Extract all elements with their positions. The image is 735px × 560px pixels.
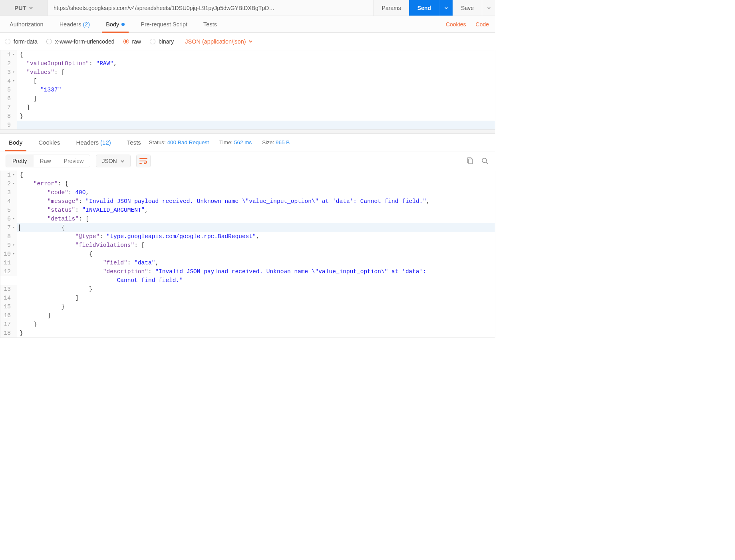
content-type-select[interactable]: JSON (application/json) xyxy=(185,38,252,45)
code-line[interactable]: 14 ] xyxy=(0,294,495,302)
resp-tab-headers-count: (12) xyxy=(100,139,111,146)
tab-headers-label: Headers xyxy=(60,21,81,28)
code-content xyxy=(17,121,495,129)
tab-body[interactable]: Body xyxy=(98,16,133,32)
chevron-down-icon xyxy=(248,39,253,44)
send-button[interactable]: Send xyxy=(409,0,439,16)
code-line[interactable]: 8} xyxy=(0,112,495,121)
resp-tab-body[interactable]: Body xyxy=(1,134,30,151)
code-line[interactable]: 9▾ "fieldViolations": [ xyxy=(0,241,495,250)
request-url-input[interactable]: https://sheets.googleapis.com/v4/spreads… xyxy=(48,0,373,16)
code-line[interactable]: 7 ] xyxy=(0,103,495,112)
send-dropdown-button[interactable] xyxy=(439,0,453,16)
cookies-link[interactable]: Cookies xyxy=(441,21,471,28)
code-line[interactable]: 2 "valueInputOption": "RAW", xyxy=(0,59,495,68)
code-line[interactable]: 18} xyxy=(0,329,495,338)
tab-prerequest[interactable]: Pre-request Script xyxy=(133,16,195,32)
radio-xwww-label: x-www-form-urlencoded xyxy=(55,38,115,45)
resp-tab-cookies[interactable]: Cookies xyxy=(30,134,68,151)
http-method-select[interactable]: PUT xyxy=(0,0,48,16)
code-content: "code": 400, xyxy=(17,188,495,197)
code-line[interactable]: 4▾ [ xyxy=(0,77,495,85)
view-raw-button[interactable]: Raw xyxy=(34,155,58,167)
code-line[interactable]: 3 "code": 400, xyxy=(0,188,495,197)
copy-response-button[interactable] xyxy=(465,156,475,166)
resp-tab-tests[interactable]: Tests xyxy=(119,134,149,151)
code-content: "values": [ xyxy=(17,68,495,77)
code-content: [ xyxy=(17,77,495,85)
code-line[interactable]: 5 "1337" xyxy=(0,85,495,94)
time-value: 562 ms xyxy=(234,139,252,145)
radio-form-data[interactable]: form-data xyxy=(5,38,38,45)
params-button[interactable]: Params xyxy=(373,0,409,16)
save-button[interactable]: Save xyxy=(453,0,482,16)
code-line[interactable]: 6▾ "details": [ xyxy=(0,214,495,223)
radio-icon xyxy=(150,39,155,44)
code-content: { xyxy=(17,250,495,258)
code-line[interactable]: 5 "status": "INVALID_ARGUMENT", xyxy=(0,206,495,214)
tab-authorization[interactable]: Authorization xyxy=(2,16,52,32)
size-label: Size: xyxy=(262,139,274,145)
status-label: Status: xyxy=(149,139,166,145)
save-dropdown-button[interactable] xyxy=(482,0,495,16)
code-line[interactable]: 10▾ { xyxy=(0,250,495,258)
code-line[interactable]: 12 "description": "Invalid JSON payload … xyxy=(0,267,495,285)
response-body-viewer[interactable]: 1▾{2▾ "error": {3 "code": 400,4 "message… xyxy=(0,171,495,338)
code-line[interactable]: 17 } xyxy=(0,320,495,329)
line-number: 3 xyxy=(0,188,17,197)
code-content: "message": "Invalid JSON payload receive… xyxy=(17,197,495,206)
tab-headers[interactable]: Headers (2) xyxy=(52,16,98,32)
view-pretty-button[interactable]: Pretty xyxy=(6,155,34,167)
radio-binary[interactable]: binary xyxy=(150,38,174,45)
code-content: } xyxy=(17,285,495,294)
radio-icon xyxy=(123,39,129,44)
code-line[interactable]: 9 xyxy=(0,121,495,129)
line-number: 8 xyxy=(0,112,17,121)
radio-xwww[interactable]: x-www-form-urlencoded xyxy=(46,38,115,45)
search-response-button[interactable] xyxy=(480,156,490,166)
content-type-label: JSON (application/json) xyxy=(185,38,246,45)
code-line[interactable]: 2▾ "error": { xyxy=(0,179,495,188)
request-bar: PUT https://sheets.googleapis.com/v4/spr… xyxy=(0,0,495,16)
radio-icon xyxy=(5,39,10,44)
response-format-select[interactable]: JSON xyxy=(96,155,130,167)
size-value: 965 B xyxy=(276,139,290,145)
word-wrap-button[interactable] xyxy=(136,155,151,167)
radio-raw[interactable]: raw xyxy=(123,38,141,45)
code-content: { xyxy=(17,171,495,179)
code-line[interactable]: 6 ] xyxy=(0,94,495,103)
line-number: 1▾ xyxy=(0,171,17,179)
code-line[interactable]: 3▾ "values": [ xyxy=(0,68,495,77)
code-content: "@type": "type.googleapis.com/google.rpc… xyxy=(17,232,495,241)
line-number: 4 xyxy=(0,197,17,206)
code-content: ] xyxy=(17,311,495,320)
code-content: { xyxy=(17,223,495,232)
line-number: 17 xyxy=(0,320,17,329)
tab-tests[interactable]: Tests xyxy=(195,16,225,32)
code-line[interactable]: 4 "message": "Invalid JSON payload recei… xyxy=(0,197,495,206)
copy-icon xyxy=(466,157,473,165)
code-line[interactable]: 7▾ { xyxy=(0,223,495,232)
code-content: } xyxy=(17,302,495,311)
code-content: } xyxy=(17,112,495,121)
line-number: 5 xyxy=(0,85,17,94)
resp-tab-headers[interactable]: Headers (12) xyxy=(68,134,119,151)
word-wrap-icon xyxy=(139,158,147,164)
code-line[interactable]: 1▾{ xyxy=(0,50,495,59)
view-preview-button[interactable]: Preview xyxy=(58,155,90,167)
request-body-editor[interactable]: 1▾{2 "valueInputOption": "RAW",3▾ "value… xyxy=(0,50,495,130)
radio-binary-label: binary xyxy=(159,38,174,45)
code-line[interactable]: 8 "@type": "type.googleapis.com/google.r… xyxy=(0,232,495,241)
code-line[interactable]: 15 } xyxy=(0,302,495,311)
code-link[interactable]: Code xyxy=(471,21,494,28)
code-content: ] xyxy=(17,294,495,302)
code-line[interactable]: 1▾{ xyxy=(0,171,495,179)
request-url-text: https://sheets.googleapis.com/v4/spreads… xyxy=(54,5,274,11)
status-meta: Status: 400 Bad Request xyxy=(149,139,209,145)
time-meta: Time: 562 ms xyxy=(219,139,252,145)
code-line[interactable]: 11 "field": "data", xyxy=(0,258,495,267)
code-line[interactable]: 16 ] xyxy=(0,311,495,320)
line-number: 2 xyxy=(0,59,17,68)
code-line[interactable]: 13 } xyxy=(0,285,495,294)
line-number: 7 xyxy=(0,103,17,112)
